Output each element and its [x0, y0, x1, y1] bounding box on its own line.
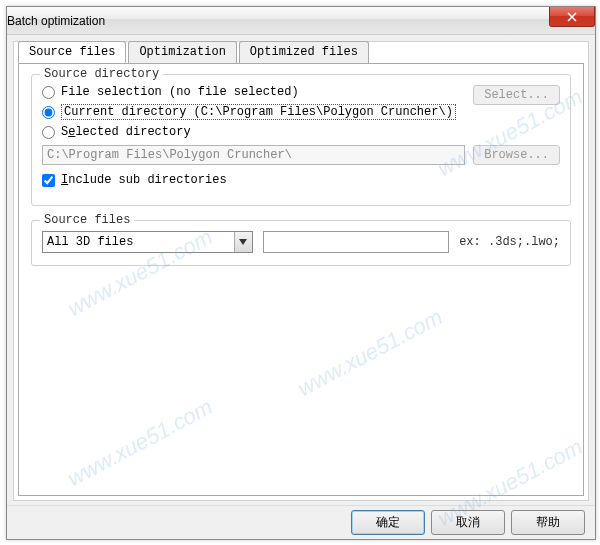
- close-icon: [567, 12, 577, 22]
- radio-selected-directory-label[interactable]: Selected directory: [61, 125, 191, 139]
- help-button[interactable]: 帮助: [511, 510, 585, 535]
- content-area: Source files Optimization Optimized file…: [13, 41, 589, 501]
- radio-file-selection[interactable]: [42, 86, 55, 99]
- directory-path-input[interactable]: [42, 145, 465, 165]
- tab-optimized-files[interactable]: Optimized files: [239, 41, 369, 63]
- pattern-example-label: ex: .3ds;.lwo;: [459, 235, 560, 249]
- tab-optimization[interactable]: Optimization: [128, 41, 236, 63]
- chevron-down-icon: [234, 232, 252, 252]
- window-title: Batch optimization: [7, 14, 105, 28]
- file-pattern-input[interactable]: [263, 231, 449, 253]
- filetype-combo-value: All 3D files: [47, 235, 133, 249]
- browse-button: Browse...: [473, 145, 560, 165]
- tab-panel-source-files: Source directory File selection (no file…: [18, 63, 584, 496]
- close-button[interactable]: [549, 7, 595, 27]
- dialog-footer: 确定 取消 帮助: [7, 505, 595, 539]
- group-source-files: Source files All 3D files ex: .3ds;.lwo;: [31, 220, 571, 266]
- tab-source-files[interactable]: Source files: [18, 41, 126, 63]
- include-subdirs-checkbox[interactable]: [42, 174, 55, 187]
- group-legend-source-directory: Source directory: [40, 67, 163, 81]
- dialog-window: Batch optimization Source files Optimiza…: [6, 6, 596, 540]
- radio-selected-directory[interactable]: [42, 126, 55, 139]
- titlebar: Batch optimization: [7, 7, 595, 35]
- filetype-combo[interactable]: All 3D files: [42, 231, 253, 253]
- radio-current-directory-label[interactable]: Current directory (C:\Program Files\Poly…: [61, 105, 456, 119]
- select-button: Select...: [473, 85, 560, 105]
- radio-file-selection-label[interactable]: File selection (no file selected): [61, 85, 299, 99]
- cancel-button[interactable]: 取消: [431, 510, 505, 535]
- tabstrip: Source files Optimization Optimized file…: [14, 41, 588, 63]
- include-subdirs-label[interactable]: Include sub directories: [61, 173, 227, 187]
- group-source-directory: Source directory File selection (no file…: [31, 74, 571, 206]
- radio-current-directory[interactable]: [42, 106, 55, 119]
- group-legend-source-files: Source files: [40, 213, 134, 227]
- ok-button[interactable]: 确定: [351, 510, 425, 535]
